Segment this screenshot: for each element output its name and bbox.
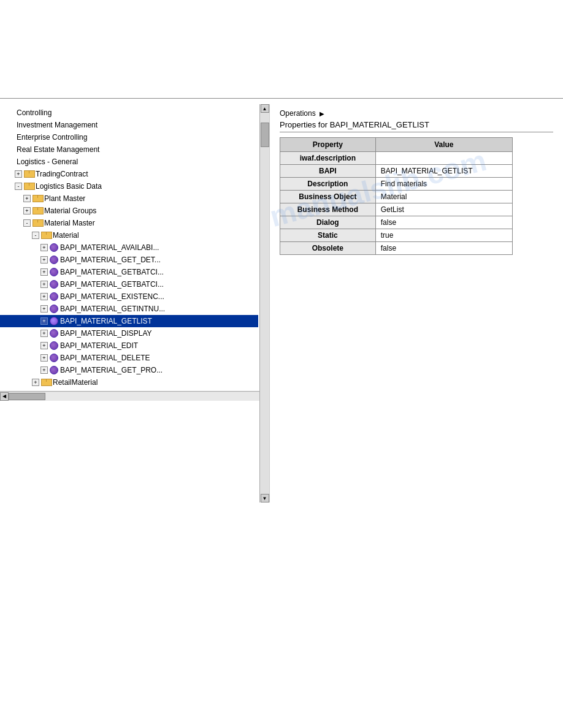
operations-label: Operations [280,109,316,118]
scroll-v-thumb[interactable] [261,123,269,147]
prop-value: Find materials [375,178,512,191]
tree-item-bapi-edit[interactable]: + BAPI_MATERIAL_EDIT [0,339,258,352]
expand-bapi-getintnu[interactable]: + [40,305,48,313]
tree-item-controlling[interactable]: Controlling [0,107,258,119]
expand-plant-master[interactable]: + [23,195,31,202]
tree-item-bapi-display[interactable]: + BAPI_MATERIAL_DISPLAY [0,327,258,339]
expand-bapi-existence[interactable]: + [40,293,48,300]
prop-property: Dialog [280,216,376,229]
tree-item-material-master[interactable]: - Material Master [0,217,258,229]
expand-logistics-basic[interactable]: - [15,183,22,190]
prop-property: Business Method [280,203,376,216]
tree-item-bapi-getbatch2[interactable]: + BAPI_MATERIAL_GETBATCI... [0,278,258,290]
col-header-value: Value [375,138,512,152]
bapi-icon-get-det [50,256,58,264]
prop-property: BAPI [280,165,376,178]
prop-value: BAPI_MATERIAL_GETLIST [375,165,512,178]
expand-bapi-get-pro[interactable]: + [40,366,48,374]
folder-icon-material [41,232,51,239]
tree-item-real-estate[interactable]: Real Estate Management [0,143,258,156]
prop-value: GetList [375,203,512,216]
tree-item-material-groups[interactable]: + Material Groups [0,205,258,217]
bapi-icon-get-pro [50,366,58,374]
tree-item-logistics-basic[interactable]: - Logistics Basic Data [0,180,258,192]
tree-item-bapi-getintnu[interactable]: + BAPI_MATERIAL_GETINTNU... [0,303,258,315]
bapi-icon-existence [50,292,58,301]
folder-icon-material-master [33,219,42,227]
bapi-icon-getbatch1 [50,268,58,276]
tree-item-logistics-general[interactable]: Logistics - General [0,156,258,168]
folder-icon-plant-master [33,195,42,202]
prop-value: false [375,242,512,255]
main-container: Controlling Investment Management Enterp… [0,104,563,502]
tree-item-enterprise-ctrl[interactable]: Enterprise Controlling [0,131,258,143]
tree-item-bapi-getbatch1[interactable]: + BAPI_MATERIAL_GETBATCI... [0,266,258,278]
tree-item-retail-material[interactable]: + RetailMaterial [0,376,258,389]
tree-item-bapi-avail[interactable]: + BAPI_MATERIAL_AVAILABI... [0,241,258,254]
prop-property: iwaf.description [280,152,376,165]
expand-bapi-get-det[interactable]: + [40,256,48,264]
tree-content: Controlling Investment Management Enterp… [0,104,269,391]
expand-material-groups[interactable]: + [23,207,31,214]
props-row: Statictrue [280,229,513,242]
tree-item-material-folder[interactable]: - Material [0,229,258,241]
prop-property: Business Object [280,191,376,203]
tree-item-bapi-get-det[interactable]: + BAPI_MATERIAL_GET_DET... [0,254,258,266]
prop-value: false [375,216,512,229]
expand-material-master[interactable]: - [23,219,31,227]
prop-value: Material [375,191,512,203]
bapi-icon-avail [50,243,58,252]
scroll-up-arrow[interactable]: ▲ [261,104,269,113]
tree-item-trading-contract[interactable]: + TradingContract [0,168,258,180]
expand-material-folder[interactable]: - [32,232,39,239]
scrollbar-v[interactable]: ▲ ▼ [259,104,269,502]
bapi-icon-getintnu [50,305,58,313]
expand-trading-contract[interactable]: + [15,170,22,178]
props-row: DescriptionFind materials [280,178,513,191]
expand-bapi-avail[interactable]: + [40,244,48,251]
folder-icon-retail-material [41,379,51,386]
bapi-icon-display [50,329,58,338]
expand-bapi-getlist[interactable]: + [40,317,48,325]
operations-bar: Operations ▶ [280,109,553,118]
props-table: Property Value iwaf.descriptionBAPIBAPI_… [280,137,513,255]
props-row: iwaf.description [280,152,513,165]
prop-value [375,152,512,165]
bapi-icon-delete [50,354,58,362]
tree-panel: Controlling Investment Management Enterp… [0,104,270,502]
prop-value: true [375,229,512,242]
operations-arrow: ▶ [320,110,324,117]
scroll-h-thumb[interactable] [9,393,45,400]
tree-item-bapi-getlist[interactable]: + BAPI_MATERIAL_GETLIST [0,315,258,327]
scroll-h-track[interactable] [9,392,261,401]
expand-bapi-getbatch2[interactable]: + [40,281,48,288]
expand-bapi-display[interactable]: + [40,330,48,337]
bapi-icon-getlist [50,317,58,325]
prop-property: Obsolete [280,242,376,255]
bapi-icon-getbatch2 [50,280,58,289]
props-row: Dialogfalse [280,216,513,229]
expand-bapi-edit[interactable]: + [40,342,48,349]
tree-item-bapi-existence[interactable]: + BAPI_MATERIAL_EXISTENC... [0,290,258,303]
props-row: Obsoletefalse [280,242,513,255]
expand-bapi-getbatch1[interactable]: + [40,268,48,276]
prop-property: Description [280,178,376,191]
folder-icon-material-groups [33,207,42,214]
tree-item-bapi-get-pro[interactable]: + BAPI_MATERIAL_GET_PRO... [0,364,258,376]
bapi-icon-edit [50,341,58,350]
tree-item-plant-master[interactable]: + Plant Master [0,192,258,205]
tree-item-bapi-delete[interactable]: + BAPI_MATERIAL_DELETE [0,352,258,364]
props-row: Business ObjectMaterial [280,191,513,203]
tree-item-investment-mgmt[interactable]: Investment Management [0,119,258,131]
expand-bapi-delete[interactable]: + [40,354,48,362]
prop-property: Static [280,229,376,242]
expand-retail-material[interactable]: + [32,379,39,386]
folder-icon-trading-contract [24,170,34,178]
props-row: Business MethodGetList [280,203,513,216]
props-row: BAPIBAPI_MATERIAL_GETLIST [280,165,513,178]
scroll-left-arrow[interactable]: ◀ [0,392,9,401]
scrollbar-h[interactable]: ◀ ▶ [0,391,269,401]
props-title: Properties for BAPI_MATERIAL_GETLIST [280,120,553,132]
scroll-down-arrow[interactable]: ▼ [261,494,269,502]
props-panel: Operations ▶ Properties for BAPI_MATERIA… [270,104,563,502]
